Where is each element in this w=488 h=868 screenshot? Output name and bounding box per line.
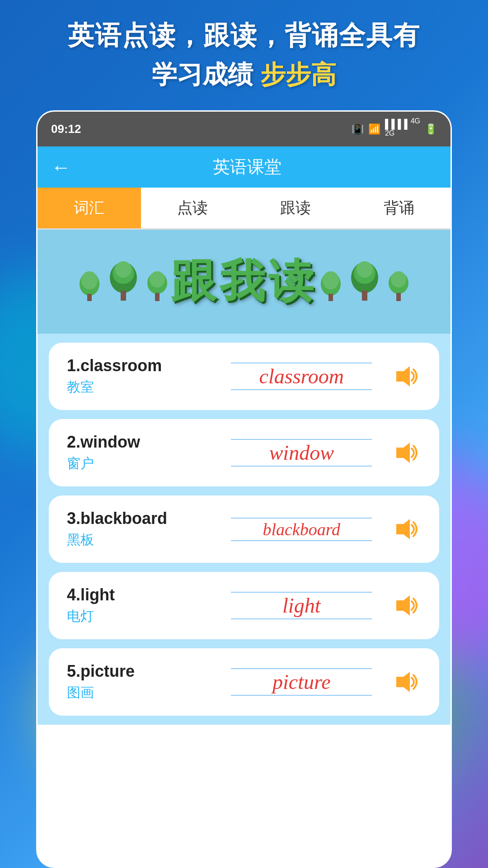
status-icons: 📳 📶 ▌▌▌▌4G2G 🔋 xyxy=(352,117,437,141)
battery-icon: 🔋 xyxy=(425,123,437,135)
vocab-chinese-2: 窗户 xyxy=(67,454,214,473)
vocab-left-4: 4.light 电灯 xyxy=(67,585,214,626)
svg-marker-24 xyxy=(396,672,410,692)
vocab-english-5: 5.picture xyxy=(67,662,214,681)
vocab-left-3: 3.blackboard 黑板 xyxy=(67,509,214,549)
vibrate-icon: 📳 xyxy=(352,123,364,135)
wifi-icon: 📶 xyxy=(368,123,380,135)
svg-rect-6 xyxy=(121,291,126,301)
vocab-word-display-5: picture xyxy=(214,668,389,696)
lined-word-3: blackboard xyxy=(214,518,389,541)
speaker-button-5[interactable] xyxy=(389,669,421,696)
speaker-button-4[interactable] xyxy=(389,592,421,619)
tab-recite[interactable]: 背诵 xyxy=(347,188,451,228)
status-time: 09:12 xyxy=(51,122,81,136)
vocab-english-1: 1.classroom xyxy=(67,356,214,375)
vocab-word-display-3: blackboard xyxy=(214,518,389,541)
vocab-word-display-4: light xyxy=(214,592,389,619)
speaker-icon-2 xyxy=(392,440,419,465)
svg-rect-16 xyxy=(362,291,367,301)
banner-text: 跟我读 xyxy=(171,251,317,312)
speaker-button-1[interactable] xyxy=(389,363,421,390)
promo-line2: 学习成绩 步步高 xyxy=(68,58,420,92)
back-button[interactable]: ← xyxy=(51,156,71,179)
vocab-chinese-3: 黑板 xyxy=(67,531,214,549)
tree-icon xyxy=(385,270,412,302)
tab-read[interactable]: 点读 xyxy=(141,188,244,228)
svg-marker-23 xyxy=(396,595,410,616)
svg-point-8 xyxy=(150,271,165,288)
left-trees xyxy=(76,261,171,302)
promo-text: 英语点读，跟读，背诵全具有 学习成绩 步步高 xyxy=(68,18,420,92)
word-text-4: light xyxy=(282,594,320,618)
vocab-list: 1.classroom 教室 classroom xyxy=(38,334,450,725)
lined-word-1: classroom xyxy=(214,363,389,390)
vocab-item-2[interactable]: 2.window 窗户 window xyxy=(49,419,439,486)
svg-marker-20 xyxy=(396,366,410,387)
svg-marker-21 xyxy=(396,443,410,463)
status-bar: 09:12 📳 📶 ▌▌▌▌4G2G 🔋 xyxy=(38,112,450,146)
svg-point-11 xyxy=(323,271,339,289)
vocab-item-4[interactable]: 4.light 电灯 light xyxy=(49,572,439,639)
signal-icon: ▌▌▌▌4G2G xyxy=(385,117,420,141)
vocab-chinese-1: 教室 xyxy=(67,378,214,396)
vocab-english-2: 2.window xyxy=(67,433,214,452)
svg-point-18 xyxy=(391,271,406,288)
svg-rect-9 xyxy=(155,293,160,301)
vocab-item-1[interactable]: 1.classroom 教室 classroom xyxy=(49,343,439,410)
tree-icon xyxy=(347,261,383,302)
promo-line2-highlight: 步步高 xyxy=(260,60,336,89)
header-title: 英语课堂 xyxy=(84,156,410,179)
vocab-left-5: 5.picture 图画 xyxy=(67,662,214,702)
tab-vocab[interactable]: 词汇 xyxy=(38,188,141,228)
lined-word-4: light xyxy=(214,592,389,619)
svg-marker-22 xyxy=(396,519,410,539)
tree-icon xyxy=(76,270,103,302)
vocab-english-3: 3.blackboard xyxy=(67,509,214,528)
speaker-icon-3 xyxy=(392,517,419,542)
vocab-left-1: 1.classroom 教室 xyxy=(67,356,214,396)
speaker-button-2[interactable] xyxy=(389,439,421,467)
speaker-icon-1 xyxy=(392,364,419,389)
vocab-chinese-5: 图画 xyxy=(67,684,214,702)
svg-point-15 xyxy=(357,261,373,278)
phone-frame: 09:12 📳 📶 ▌▌▌▌4G2G 🔋 ← 英语课堂 词汇 点读 跟读 背诵 xyxy=(36,110,452,868)
svg-rect-19 xyxy=(396,293,401,301)
lined-word-5: picture xyxy=(214,668,389,696)
banner: 跟我读 xyxy=(38,230,450,334)
lined-word-2: window xyxy=(214,439,389,467)
vocab-word-display-2: window xyxy=(214,439,389,467)
svg-point-1 xyxy=(81,271,98,289)
app-header: ← 英语课堂 xyxy=(38,146,450,188)
word-text-1: classroom xyxy=(259,364,344,388)
svg-rect-2 xyxy=(87,294,92,301)
tab-follow[interactable]: 跟读 xyxy=(244,188,347,228)
word-text-3: blackboard xyxy=(263,519,340,539)
word-text-2: window xyxy=(269,441,334,465)
promo-line2-prefix: 学习成绩 xyxy=(152,60,253,89)
svg-rect-12 xyxy=(328,294,333,301)
tree-icon xyxy=(144,270,171,302)
speaker-icon-4 xyxy=(392,593,419,618)
vocab-item-5[interactable]: 5.picture 图画 picture xyxy=(49,648,439,716)
word-text-5: picture xyxy=(272,670,331,694)
vocab-word-display-1: classroom xyxy=(214,363,389,390)
vocab-chinese-4: 电灯 xyxy=(67,607,214,626)
speaker-button-3[interactable] xyxy=(389,516,421,543)
promo-line1: 英语点读，跟读，背诵全具有 xyxy=(68,18,420,53)
vocab-english-4: 4.light xyxy=(67,585,214,604)
right-trees xyxy=(317,261,412,302)
tree-icon xyxy=(317,270,344,302)
vocab-left-2: 2.window 窗户 xyxy=(67,433,214,473)
speaker-icon-5 xyxy=(392,670,419,694)
vocab-item-3[interactable]: 3.blackboard 黑板 blackboard xyxy=(49,495,439,563)
svg-point-5 xyxy=(115,261,131,278)
tree-icon xyxy=(105,261,141,302)
tab-bar: 词汇 点读 跟读 背诵 xyxy=(38,188,450,230)
